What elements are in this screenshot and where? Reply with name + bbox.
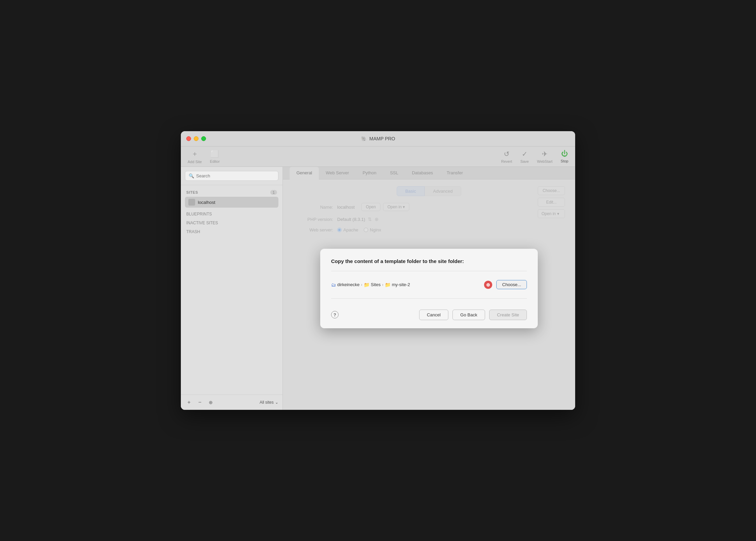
webstart-icon: ✈: [542, 150, 548, 158]
sidebar-inactive-sites[interactable]: INACTIVE SITES: [181, 218, 282, 227]
webstart-button[interactable]: ✈ WebStart: [537, 150, 553, 163]
search-input[interactable]: [196, 173, 275, 178]
all-sites-chevron: ⌄: [275, 400, 278, 405]
sites-header: SITES 1: [185, 188, 278, 197]
save-icon: ✓: [522, 150, 528, 158]
save-label: Save: [520, 159, 529, 163]
minimize-button[interactable]: [194, 136, 199, 141]
sidebar-item-localhost[interactable]: localhost: [185, 197, 278, 208]
path-arrow-2: ›: [382, 282, 383, 287]
search-input-wrap[interactable]: 🔍: [185, 171, 278, 181]
sites-section: SITES 1 localhost: [181, 185, 282, 209]
path-segment-1: 🗂 dirkeinecke: [331, 282, 360, 287]
search-bar: 🔍: [181, 167, 282, 185]
stop-button[interactable]: ⏻ Stop: [561, 150, 568, 163]
dialog-footer-buttons: Cancel Go Back Create Site: [419, 310, 527, 320]
localhost-label: localhost: [198, 200, 215, 205]
create-site-button: Create Site: [489, 310, 527, 320]
dialog-overlay: Copy the content of a template folder to…: [283, 167, 575, 410]
main-area: 🔍 SITES 1 localhost BLUEPRINTS INACTIVE …: [181, 167, 575, 410]
elephant-icon: 🐘: [361, 136, 367, 141]
add-site-icon: ＋: [191, 149, 198, 158]
window-title: 🐘 MAMP PRO: [361, 136, 395, 141]
revert-icon: ↺: [504, 150, 510, 158]
add-site-button[interactable]: ＋ Add Site: [188, 149, 202, 164]
dialog-divider-top: [331, 271, 527, 271]
save-button[interactable]: ✓ Save: [520, 150, 529, 163]
all-sites-label: All sites: [260, 400, 274, 405]
path-segment-3: 📁 my-site-2: [385, 282, 410, 287]
close-button[interactable]: [186, 136, 191, 141]
cancel-button[interactable]: Cancel: [419, 310, 448, 320]
titlebar: 🐘 MAMP PRO: [181, 131, 575, 146]
go-back-button[interactable]: Go Back: [452, 310, 485, 320]
all-sites-select[interactable]: All sites ⌄: [260, 400, 278, 405]
sidebar-blueprints[interactable]: BLUEPRINTS: [181, 209, 282, 218]
editor-label: Editor: [210, 159, 220, 163]
sidebar-footer: + − ⊕ All sites ⌄: [181, 395, 282, 410]
sidebar: 🔍 SITES 1 localhost BLUEPRINTS INACTIVE …: [181, 167, 283, 410]
toolbar: ＋ Add Site ⬜ Editor ↺ Revert ✓ Save ✈ We…: [181, 146, 575, 167]
content-area: General Web Server Python SSL Databases …: [283, 167, 575, 410]
revert-label: Revert: [501, 159, 512, 163]
stop-icon: ⏻: [561, 150, 568, 158]
add-item-button[interactable]: +: [185, 398, 193, 406]
clear-path-button[interactable]: ⊕: [484, 281, 492, 289]
webstart-label: WebStart: [537, 159, 553, 163]
dialog-footer: ? Cancel Go Back Create Site: [320, 304, 538, 328]
sidebar-trash[interactable]: TRASH: [181, 227, 282, 235]
path-text-1: dirkeinecke: [337, 282, 360, 287]
remove-item-button[interactable]: −: [196, 398, 204, 406]
path-segment-2: 📁 Sites: [364, 282, 381, 287]
choose-folder-button[interactable]: Choose...: [496, 280, 527, 289]
revert-button[interactable]: ↺ Revert: [501, 150, 512, 163]
sites-label: SITES: [186, 190, 198, 194]
maximize-button[interactable]: [201, 136, 206, 141]
title-text: MAMP PRO: [370, 136, 395, 141]
path-text-2: Sites: [371, 282, 381, 287]
search-icon: 🔍: [189, 173, 194, 178]
path-arrow-1: ›: [361, 282, 362, 287]
more-options-button[interactable]: ⊕: [207, 398, 215, 406]
dialog-divider-bottom: [331, 298, 527, 299]
path-display: 🗂 dirkeinecke › 📁 Sites ›: [331, 279, 410, 290]
dialog-title: Copy the content of a template folder to…: [331, 258, 527, 264]
folder-icon-3: 📁: [385, 282, 391, 287]
toolbar-right: ↺ Revert ✓ Save ✈ WebStart ⏻ Stop: [501, 150, 568, 163]
folder-icon-1: 🗂: [331, 282, 336, 287]
add-site-label: Add Site: [188, 160, 202, 164]
editor-button[interactable]: ⬜ Editor: [210, 150, 220, 163]
sites-count: 1: [270, 190, 277, 195]
stop-label: Stop: [561, 159, 568, 163]
dialog: Copy the content of a template folder to…: [320, 249, 538, 328]
traffic-lights: [186, 136, 206, 141]
folder-icon-2: 📁: [364, 282, 370, 287]
editor-icon: ⬜: [210, 150, 219, 158]
site-icon: [188, 199, 195, 206]
dialog-path-row: 🗂 dirkeinecke › 📁 Sites ›: [331, 277, 527, 293]
dialog-content: Copy the content of a template folder to…: [320, 249, 538, 299]
app-window: 🐘 MAMP PRO ＋ Add Site ⬜ Editor ↺ Revert …: [181, 131, 575, 410]
path-text-3: my-site-2: [392, 282, 410, 287]
help-button[interactable]: ?: [331, 311, 339, 318]
